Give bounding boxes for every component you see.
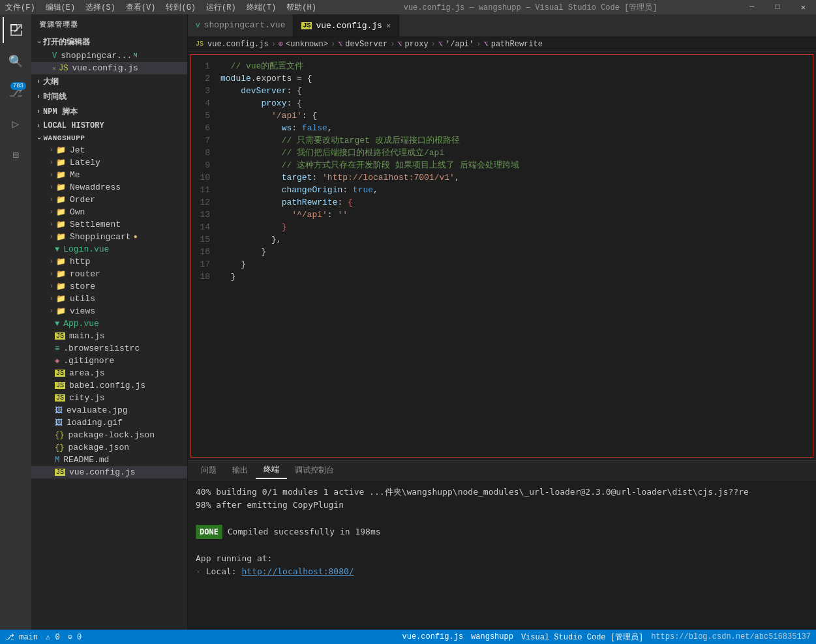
folder-name: Lately <box>70 158 100 168</box>
file-appvue[interactable]: ▼ App.vue <box>31 317 187 330</box>
file-name: evaluate.jpg <box>67 405 128 415</box>
file-browserslistrc[interactable]: ≡ .browserslistrc <box>31 342 187 355</box>
folder-newaddress[interactable]: › 📁 Newaddress <box>31 181 187 194</box>
tab-shoppingcart[interactable]: V shoppingcart.vue <box>188 14 294 37</box>
file-name: App.vue <box>63 319 99 329</box>
tab-label: vue.config.js <box>316 21 382 31</box>
folder-icon: 📁 <box>56 306 66 316</box>
file-packagejson[interactable]: {} package.json <box>31 441 187 454</box>
tab-vueconfig[interactable]: JS vue.config.js ✕ <box>294 14 399 37</box>
file-packagelock[interactable]: {} package-lock.json <box>31 429 187 441</box>
folder-views[interactable]: › 📁 views <box>31 305 187 317</box>
breadcrumb-proxy[interactable]: proxy <box>405 40 429 49</box>
code-line-11: 11 changeOrigin: true, <box>191 184 813 196</box>
wangshupp-header[interactable]: › WANGSHUPP <box>31 132 187 144</box>
timeline-header[interactable]: › 时间线 <box>31 89 187 104</box>
folder-order[interactable]: › 📁 Order <box>31 194 187 206</box>
outline-header[interactable]: › 大纲 <box>31 74 187 89</box>
breadcrumb-devserver[interactable]: devServer <box>345 40 387 49</box>
folder-me[interactable]: › 📁 Me <box>31 169 187 181</box>
breadcrumb-pathrewrite[interactable]: pathRewrite <box>491 40 543 49</box>
file-areajs[interactable]: JS area.js <box>31 367 187 379</box>
code-line-10: 10 target: 'http://localhost:7001/v1', <box>191 171 813 184</box>
status-url: https://blog.csdn.net/abc516835137 <box>651 632 811 641</box>
folder-icon: 📁 <box>56 170 66 180</box>
breadcrumb-sep5: › <box>476 40 481 49</box>
breadcrumb-sep3: › <box>390 40 395 49</box>
file-mainjs[interactable]: JS main.js <box>31 330 187 342</box>
menu-item-view[interactable]: 查看(V) <box>126 2 156 13</box>
code-editor[interactable]: 1 // vue的配置文件 2 module.exports = { 3 dev… <box>190 54 813 458</box>
line-num-14: 14 <box>191 221 220 233</box>
terminal-content[interactable]: 40% building 0/1 modules 1 active ...件夹\… <box>188 480 816 630</box>
tab-bar: V shoppingcart.vue JS vue.config.js ✕ <box>188 14 816 37</box>
tab-close-icon[interactable]: ✕ <box>386 21 391 31</box>
file-babelconfig[interactable]: JS babel.config.js <box>31 379 187 392</box>
menu-item-select[interactable]: 选择(S) <box>85 2 115 13</box>
tab-problems[interactable]: 问题 <box>193 462 224 478</box>
breadcrumb-api[interactable]: '/api' <box>446 40 474 49</box>
window-minimize[interactable]: ─ <box>744 3 759 12</box>
open-editors-header[interactable]: › 打开的编辑器 <box>31 35 187 50</box>
extensions-activity-icon[interactable]: ⊞ <box>3 142 29 168</box>
folder-store[interactable]: › 📁 store <box>31 280 187 293</box>
folder-router[interactable]: › 📁 router <box>31 268 187 280</box>
line-num-8: 8 <box>191 147 220 159</box>
menu-item-terminal[interactable]: 终端(T) <box>247 2 277 13</box>
file-vueconfig[interactable]: JS vue.config.js <box>31 466 187 478</box>
local-history-header[interactable]: › LOCAL HISTORY <box>31 119 187 132</box>
line-num-10: 10 <box>191 171 220 184</box>
folder-settlement[interactable]: › 📁 Settlement <box>31 218 187 231</box>
open-file-vueconfig-name: vue.config.js <box>72 63 138 73</box>
menu-item-run[interactable]: 运行(R) <box>206 2 236 13</box>
menu-item-edit[interactable]: 编辑(E) <box>46 2 76 13</box>
open-file-shoppingcart[interactable]: V shoppingcar... M <box>31 50 187 62</box>
file-evaluatejpg[interactable]: 🖼 evaluate.jpg <box>31 404 187 417</box>
menu-item-goto[interactable]: 转到(G) <box>166 2 196 13</box>
status-warnings[interactable]: ⊝ 0 <box>68 632 82 642</box>
line-num-2: 2 <box>191 72 220 85</box>
debug-activity-icon[interactable]: ▷ <box>3 111 29 137</box>
folder-lately[interactable]: › 📁 Lately <box>31 156 187 169</box>
status-branch[interactable]: ⎇ main <box>5 632 38 642</box>
json-icon: {} <box>55 431 64 440</box>
folder-utils[interactable]: › 📁 utils <box>31 293 187 305</box>
breadcrumb-file[interactable]: vue.config.js <box>207 40 269 49</box>
file-cityjs[interactable]: JS city.js <box>31 392 187 404</box>
search-activity-icon[interactable]: 🔍 <box>3 48 29 74</box>
menu-item-help[interactable]: 帮助(H) <box>286 2 316 13</box>
sidebar: 资源管理器 › 打开的编辑器 V shoppingcar... M ✕ JS v… <box>31 14 188 630</box>
folder-http[interactable]: › 📁 http <box>31 256 187 268</box>
file-loadinggif[interactable]: 🖼 loading.gif <box>31 417 187 429</box>
line-num-18: 18 <box>191 271 220 283</box>
window-maximize[interactable]: □ <box>770 3 785 12</box>
code-line-5: 5 '/api': { <box>191 110 813 122</box>
code-line-13: 13 '^/api': '' <box>191 209 813 221</box>
vue-tab-icon: V <box>196 22 200 29</box>
status-errors[interactable]: ⚠ 0 <box>46 632 60 642</box>
npm-scripts-header[interactable]: › NPM 脚本 <box>31 104 187 119</box>
explorer-activity-icon[interactable] <box>3 17 29 43</box>
close-icon[interactable]: ✕ <box>52 65 56 72</box>
vue-icon: ▼ <box>55 245 59 254</box>
modified-dot: ● <box>134 233 138 241</box>
file-gitignore[interactable]: ◈ .gitignore <box>31 355 187 367</box>
file-readme[interactable]: M README.md <box>31 454 187 466</box>
breadcrumb-unknown[interactable]: <unknown> <box>286 40 328 49</box>
vue-file-icon: V <box>52 51 57 61</box>
folder-own[interactable]: › 📁 Own <box>31 206 187 218</box>
tab-debug-console[interactable]: 调试控制台 <box>287 462 342 478</box>
folder-name: Me <box>70 170 80 180</box>
terminal-text: - Local: <box>196 566 241 576</box>
open-file-vueconfig[interactable]: ✕ JS vue.config.js <box>31 62 187 74</box>
source-control-activity-icon[interactable]: ⎇ 783 <box>3 80 29 106</box>
tab-terminal[interactable]: 终端 <box>256 461 287 479</box>
folder-jet[interactable]: › 📁 Jet <box>31 144 187 156</box>
tab-output[interactable]: 输出 <box>224 462 256 478</box>
file-loginvue[interactable]: ▼ Login.vue <box>31 243 187 256</box>
folder-shoppingcart[interactable]: › 📁 Shoppingcart ● <box>31 231 187 243</box>
menu-item-file[interactable]: 文件(F) <box>5 2 35 13</box>
wangshupp-label: WANGSHUPP <box>44 134 85 142</box>
folder-icon: 📁 <box>56 232 66 242</box>
window-close[interactable]: ✕ <box>796 3 811 12</box>
